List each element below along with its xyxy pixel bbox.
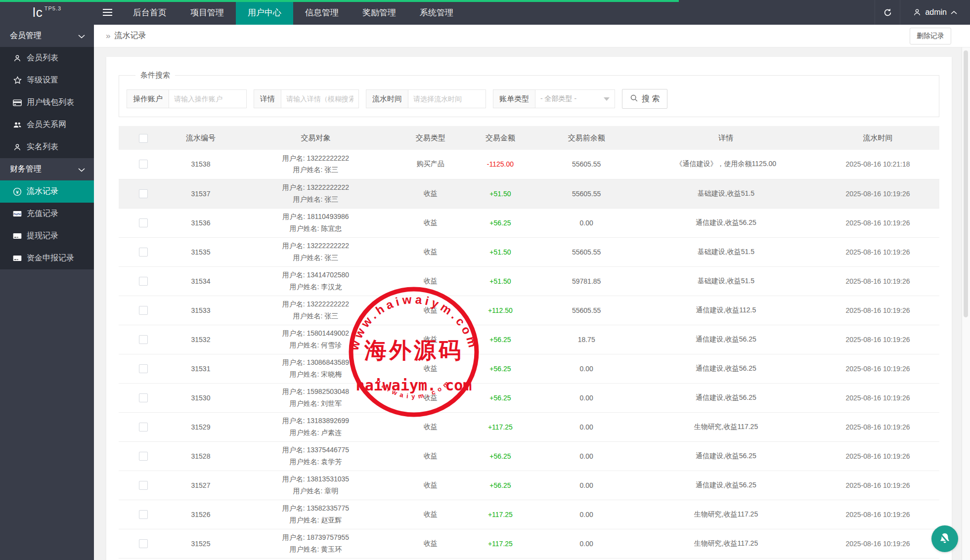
top-nav-item-5[interactable]: 奖励管理 bbox=[351, 0, 408, 25]
sidebar-item-8[interactable]: ¥流水记录 bbox=[0, 180, 94, 203]
cell-time: 2025-08-16 10:19:26 bbox=[816, 383, 939, 412]
user-name: 用户姓名: 赵亚辉 bbox=[234, 515, 397, 526]
cell-detail: 生物研究,收益117.25 bbox=[636, 500, 816, 529]
row-checkbox-cell bbox=[119, 558, 168, 560]
wallet-icon bbox=[13, 99, 22, 106]
sidebar-item-9[interactable]: PayPal充值记录 bbox=[0, 203, 94, 225]
account-field-group: 操作账户 bbox=[127, 89, 247, 108]
sidebar-item-11[interactable]: 资金申报记录 bbox=[0, 247, 94, 269]
page-scrollbar[interactable] bbox=[962, 47, 970, 560]
user-name: 用户姓名: 张三 bbox=[234, 252, 397, 263]
table-row: 31530用户名: 15982503048用户姓名: 刘世军收益+56.250.… bbox=[119, 383, 939, 412]
row-checkbox[interactable] bbox=[139, 335, 148, 344]
cell-trade-type: 收益 bbox=[397, 237, 463, 266]
cell-amount: +117.25 bbox=[463, 412, 537, 441]
progress-bar bbox=[0, 0, 679, 2]
top-nav-item-6[interactable]: 系统管理 bbox=[408, 0, 465, 25]
table-header-row: 流水编号交易对象交易类型交易金额交易前余额详情流水时间 bbox=[119, 126, 939, 150]
user-account: 用户名: 18739757955 bbox=[234, 532, 397, 543]
cell-trade-type: 收益 bbox=[397, 208, 463, 237]
cell-serial: 31530 bbox=[168, 383, 234, 412]
cell-balance-before: 55605.55 bbox=[537, 150, 636, 179]
row-checkbox-cell bbox=[119, 150, 168, 179]
cell-balance-before: 0.00 bbox=[537, 500, 636, 529]
row-checkbox-cell bbox=[119, 354, 168, 383]
sidebar-item-10[interactable]: 提现记录 bbox=[0, 225, 94, 247]
cell-trade-target: 用户名: 13375446775用户姓名: 袁学芳 bbox=[233, 441, 397, 471]
cell-trade-target: 用户名: 13222222222用户姓名: 张三 bbox=[233, 150, 397, 179]
sidebar-toggle-button[interactable] bbox=[94, 0, 121, 25]
cell-balance-before: 55605.55 bbox=[537, 237, 636, 266]
cell-amount: +117.25 bbox=[463, 529, 537, 558]
sidebar-group-1[interactable]: 会员管理 bbox=[0, 25, 94, 47]
top-nav-item-3[interactable]: 用户中心 bbox=[236, 0, 293, 25]
star-icon bbox=[13, 76, 22, 85]
row-checkbox[interactable] bbox=[139, 248, 148, 257]
cell-balance-before: 0.00 bbox=[537, 383, 636, 412]
top-nav-item-2[interactable]: 项目管理 bbox=[178, 0, 236, 25]
column-header: 交易金额 bbox=[463, 126, 537, 150]
row-checkbox-cell bbox=[119, 237, 168, 266]
row-checkbox[interactable] bbox=[139, 218, 148, 227]
row-checkbox-cell bbox=[119, 441, 168, 471]
sidebar-item-3[interactable]: 等级设置 bbox=[0, 69, 94, 91]
row-checkbox[interactable] bbox=[139, 277, 148, 286]
user-account: 用户名: 13222222222 bbox=[234, 240, 397, 252]
cell-trade-target: 用户名: 13222222222用户姓名: 张三 bbox=[233, 237, 397, 266]
cell-balance-before: 59781.85 bbox=[537, 266, 636, 296]
row-checkbox[interactable] bbox=[139, 539, 148, 548]
admin-menu[interactable]: admin bbox=[900, 0, 970, 25]
user-name: 用户姓名: 李汉龙 bbox=[234, 281, 397, 293]
top-nav-item-4[interactable]: 信息管理 bbox=[293, 0, 351, 25]
cell-amount: -1125.00 bbox=[463, 150, 537, 179]
delete-records-button[interactable]: 删除记录 bbox=[910, 28, 951, 44]
sidebar-group-7[interactable]: 财务管理 bbox=[0, 158, 94, 180]
notification-mute-button[interactable] bbox=[931, 525, 958, 552]
row-checkbox-cell bbox=[119, 471, 168, 500]
sidebar-item-6[interactable]: 实名列表 bbox=[0, 136, 94, 158]
table-row: 31526用户名: 13582335775用户姓名: 赵亚辉收益+117.250… bbox=[119, 500, 939, 529]
row-checkbox[interactable] bbox=[139, 306, 148, 315]
row-checkbox[interactable] bbox=[139, 393, 148, 402]
row-checkbox-cell bbox=[119, 208, 168, 237]
row-checkbox[interactable] bbox=[139, 423, 148, 431]
user-name: 用户姓名: 张三 bbox=[234, 194, 397, 205]
sidebar-item-label: 充值记录 bbox=[27, 209, 58, 219]
row-checkbox[interactable] bbox=[139, 364, 148, 373]
cell-time: 2025-08-16 10:19:26 bbox=[816, 500, 939, 529]
time-input[interactable] bbox=[408, 89, 486, 108]
refresh-button[interactable] bbox=[875, 0, 900, 25]
table-row: 31524用户名: 13845770454收益+56.250.00通信建设,收益… bbox=[119, 558, 939, 560]
user-account: 用户名: 15982503048 bbox=[234, 386, 397, 397]
search-fieldset: 条件搜索 操作账户详情流水时间账单类型- 全部类型 -搜 索 bbox=[119, 71, 939, 117]
row-checkbox[interactable] bbox=[139, 510, 148, 519]
scrollbar-thumb[interactable] bbox=[964, 50, 968, 317]
cell-serial: 31534 bbox=[168, 266, 234, 296]
cell-trade-type: 收益 bbox=[397, 441, 463, 471]
cell-trade-target: 用户名: 13086843589用户姓名: 宋晓梅 bbox=[233, 354, 397, 383]
row-checkbox[interactable] bbox=[139, 189, 148, 198]
row-checkbox[interactable] bbox=[139, 160, 148, 169]
sidebar-item-4[interactable]: 用户钱包列表 bbox=[0, 91, 94, 114]
account-input[interactable] bbox=[169, 89, 247, 108]
cell-trade-target: 用户名: 13845770454 bbox=[233, 558, 397, 560]
cell-balance-before: 0.00 bbox=[537, 529, 636, 558]
users-icon bbox=[13, 121, 22, 129]
row-checkbox[interactable] bbox=[139, 452, 148, 461]
row-checkbox[interactable] bbox=[139, 481, 148, 490]
cell-trade-type: 购买产品 bbox=[397, 150, 463, 179]
cell-time: 2025-08-16 10:19:26 bbox=[816, 266, 939, 296]
cell-trade-type: 收益 bbox=[397, 500, 463, 529]
search-button[interactable]: 搜 索 bbox=[622, 89, 667, 109]
sidebar-item-2[interactable]: 会员列表 bbox=[0, 47, 94, 69]
sidebar-item-5[interactable]: 会员关系网 bbox=[0, 114, 94, 136]
cell-time: 2025-08-16 10:19:26 bbox=[816, 354, 939, 383]
bill-type-select[interactable]: - 全部类型 - bbox=[535, 89, 615, 108]
bill-type-select-group: 账单类型- 全部类型 - bbox=[493, 89, 615, 108]
cell-balance-before: 0.00 bbox=[537, 558, 636, 560]
select-all-checkbox[interactable] bbox=[139, 134, 148, 143]
sidebar-item-label: 用户钱包列表 bbox=[27, 97, 74, 108]
top-nav-item-1[interactable]: 后台首页 bbox=[121, 0, 178, 25]
top-navbar: lcTP5.3 后台首页项目管理用户中心信息管理奖励管理系统管理 admin bbox=[0, 0, 970, 25]
detail-input[interactable] bbox=[281, 89, 359, 108]
